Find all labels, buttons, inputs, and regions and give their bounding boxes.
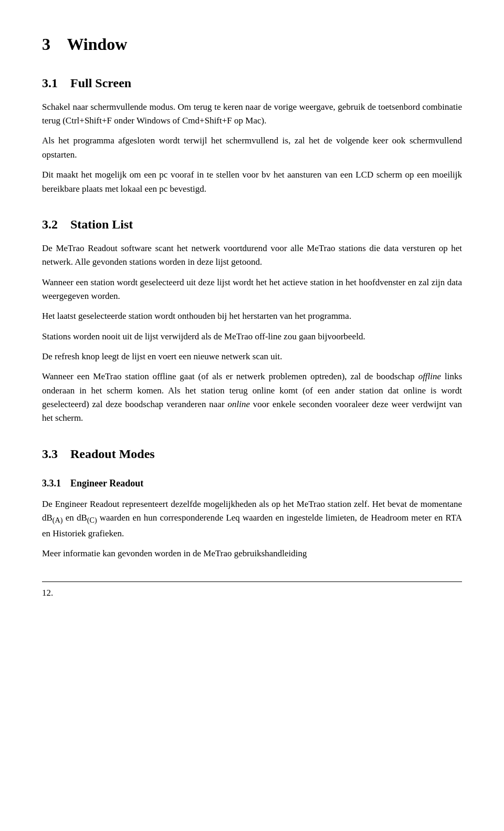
full-screen-para-1: Schakel naar schermvullende modus. Om te… (42, 100, 462, 128)
chapter-number: 3 (42, 35, 50, 54)
station-list-para-2: Wanneer een station wordt geselecteerd u… (42, 276, 462, 304)
full-screen-p1-text3: op Mac). (232, 116, 267, 126)
section-3-3-1-title: Engineer Readout (70, 478, 143, 489)
chapter-heading: 3 Window (42, 32, 462, 58)
engineer-p1-text2: en dB (63, 513, 87, 523)
keyboard-shortcut-1: Ctrl+Shift+F (66, 116, 112, 126)
engineer-p1-text3: waarden en hun corresponderende Leq waar… (42, 513, 462, 538)
station-list-para-5: De refresh knop leegt de lijst en voert … (42, 350, 462, 363)
section-3-3-1-heading: 3.3.1 Engineer Readout (42, 476, 462, 491)
station-list-p6-italic1: offline (418, 371, 441, 381)
engineer-p1-sub1: (A) (52, 516, 63, 525)
chapter-title: Window (67, 35, 127, 54)
section-3-1-heading: 3.1 Full Screen (42, 74, 462, 93)
full-screen-p1-text2: onder Windows of (112, 116, 182, 126)
section-3-2-number: 3.2 (42, 217, 58, 231)
footer-rule (42, 581, 462, 582)
section-3-2-heading: 3.2 Station List (42, 215, 462, 234)
full-screen-para-2: Als het programma afgesloten wordt terwi… (42, 134, 462, 162)
section-3-3-heading: 3.3 Readout Modes (42, 444, 462, 464)
section-3-1-number: 3.1 (42, 76, 58, 90)
station-list-p6-italic2: online (227, 399, 250, 409)
section-3-3-title: Readout Modes (70, 447, 155, 461)
section-3-2-title: Station List (70, 217, 133, 231)
page-number: 12. (42, 586, 462, 600)
station-list-p6-text1: Wanneer een MeTrao station offline gaat … (42, 371, 418, 381)
section-3-3-1-number: 3.3.1 (42, 478, 61, 489)
engineer-para-2: Meer informatie kan gevonden worden in d… (42, 547, 462, 560)
engineer-p1-sub2: (C) (87, 516, 97, 525)
station-list-para-3: Het laatst geselecteerde station wordt o… (42, 309, 462, 323)
section-3-3-number: 3.3 (42, 447, 58, 461)
station-list-para-1: De MeTrao Readout software scant het net… (42, 242, 462, 269)
section-3-1-title: Full Screen (70, 76, 131, 90)
full-screen-para-3: Dit maakt het mogelijk om een pc vooraf … (42, 168, 462, 196)
keyboard-shortcut-2: Cmd+Shift+F (182, 116, 232, 126)
engineer-para-1: De Engineer Readout representeert dezelf… (42, 497, 462, 541)
station-list-para-6: Wanneer een MeTrao station offline gaat … (42, 370, 462, 425)
station-list-para-4: Stations worden nooit uit de lijst verwi… (42, 330, 462, 344)
